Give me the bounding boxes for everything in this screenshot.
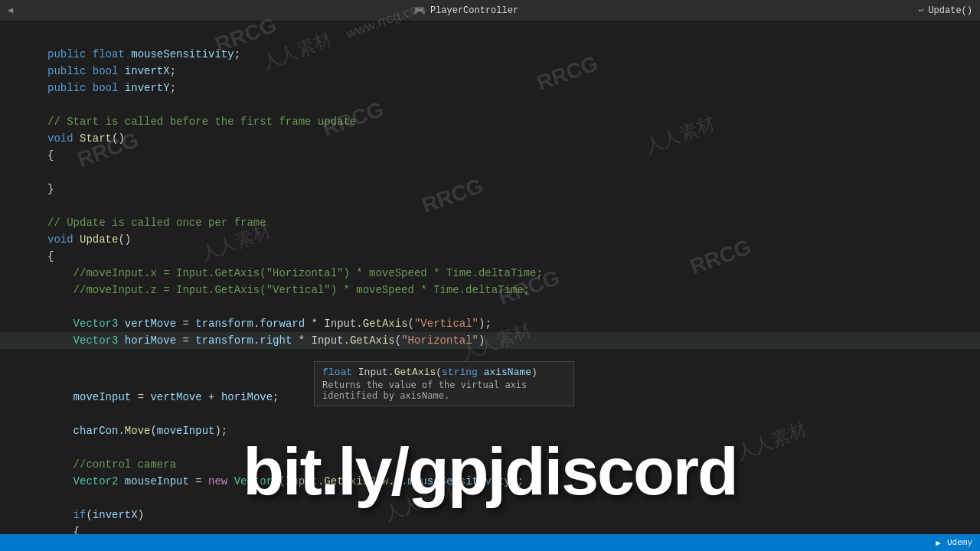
file-icon: 🎮: [413, 5, 426, 17]
tooltip-signature: float Input.GetAxis(string axisName): [322, 367, 566, 378]
code-line-update-comment: // Update is called once per frame: [0, 214, 980, 231]
code-line: public bool invertY;: [0, 80, 980, 96]
file-title: PlayerController: [430, 5, 518, 16]
code-line: void Start(): [0, 130, 980, 147]
code-line: if(invertX): [0, 507, 980, 523]
code-line: }: [0, 181, 980, 197]
code-line: public bool invertX;: [0, 63, 980, 80]
code-line: //control camera: [0, 456, 980, 473]
code-line-active: Vector3 horiMove = transform.right * Inp…: [0, 332, 980, 349]
code-line: {: [0, 248, 980, 265]
method-label: Update(): [928, 5, 972, 16]
udemy-label: Udemy: [947, 538, 972, 547]
top-bar-right: ↩ Update(): [919, 5, 972, 16]
code-line: Vector2 mouseInput = new Vector2(Input.G…: [0, 473, 980, 490]
top-bar: ◀ 🎮 PlayerController ↩ Update(): [0, 0, 980, 21]
autocomplete-tooltip: float Input.GetAxis(string axisName) Ret…: [314, 361, 574, 406]
udemy-icon: ▶: [936, 538, 941, 548]
return-icon: ↩: [919, 5, 924, 15]
bottom-bar: ▶ Udemy: [0, 534, 980, 551]
code-line: [0, 439, 980, 456]
code-line: [0, 490, 980, 507]
code-line: {: [0, 147, 980, 164]
code-line: [0, 406, 980, 422]
code-line: [0, 298, 980, 315]
code-line: Vector3 vertMove = transform.forward * I…: [0, 315, 980, 332]
bottom-bar-right: ▶ Udemy: [936, 538, 972, 548]
code-line-comment: // Start is called before the first fram…: [0, 113, 980, 130]
top-bar-left: ◀: [8, 5, 13, 16]
code-area[interactable]: public float mouseSensitivity; public bo…: [0, 21, 980, 551]
code-line: public float mouseSensitivity;: [0, 46, 980, 63]
code-line: [0, 96, 980, 113]
top-bar-center: 🎮 PlayerController: [413, 5, 518, 17]
code-line: [0, 197, 980, 214]
tooltip-description: Returns the value of the virtual axis id…: [322, 380, 566, 401]
code-line: [0, 29, 980, 46]
code-line: void Update(): [0, 231, 980, 248]
code-line-commented: //moveInput.z = Input.GetAxis("Vertical"…: [0, 282, 980, 298]
code-line: [0, 164, 980, 181]
arrow-icon: ◀: [8, 5, 13, 16]
code-line: charCon.Move(moveInput);: [0, 422, 980, 439]
code-line-commented: //moveInput.x = Input.GetAxis("Horizonta…: [0, 265, 980, 282]
